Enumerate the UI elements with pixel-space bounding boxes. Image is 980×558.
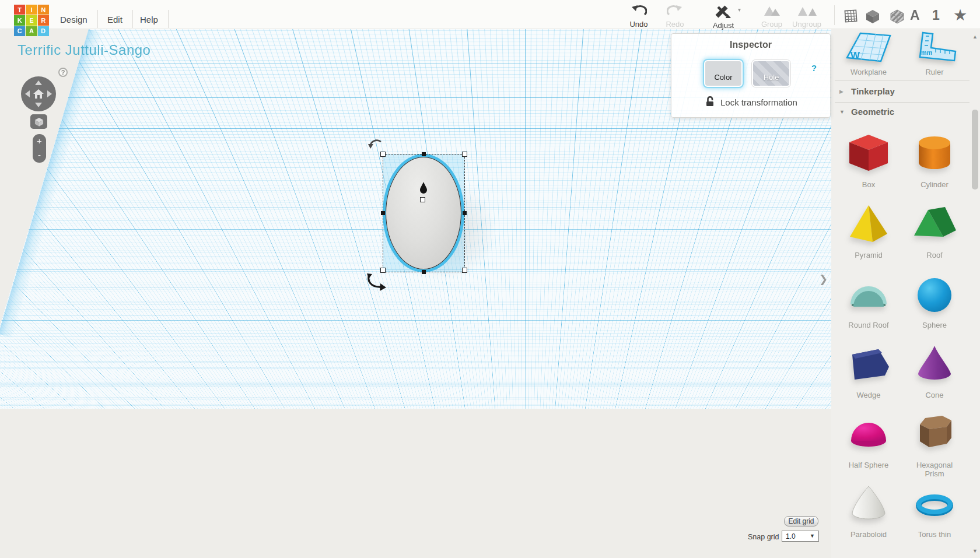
pan-up-icon[interactable] — [35, 80, 42, 85]
shape-paraboloid[interactable]: Paraboloid — [841, 480, 897, 539]
scale-handle-left-mid[interactable] — [381, 211, 385, 215]
snap-grid-label: Snap grid — [748, 533, 779, 541]
ungroup-button[interactable]: Ungroup — [788, 4, 825, 29]
logo-tile: I — [26, 5, 37, 15]
section-tinkerplay[interactable]: ▶ Tinkerplay — [839, 86, 895, 96]
shape-pyramid[interactable]: Pyramid — [841, 201, 897, 259]
sidebar-divider — [835, 102, 970, 103]
ruler-icon: mm — [911, 31, 958, 64]
sidebar-item-workplane[interactable]: W Workplane — [841, 31, 897, 76]
adjust-button[interactable]: ▾ Adjust — [705, 4, 742, 30]
number-tool-icon[interactable]: 1 — [932, 8, 940, 23]
menu-help[interactable]: Help — [140, 15, 158, 24]
scroll-up-icon[interactable]: ▲ — [972, 34, 978, 40]
toolbar-separator — [834, 5, 835, 25]
shape-label: Paraboloid — [841, 530, 897, 539]
rotate-handle-top-icon[interactable] — [368, 136, 383, 152]
menu-separator — [168, 10, 169, 28]
scale-handle-top-right[interactable] — [462, 152, 467, 157]
menu-separator — [97, 10, 98, 28]
pan-right-icon[interactable] — [47, 90, 52, 97]
view-cube-button[interactable] — [30, 114, 47, 129]
adjust-icon — [714, 10, 733, 20]
workplane-toggle-icon[interactable] — [842, 8, 859, 26]
edit-grid-button[interactable]: Edit grid — [784, 516, 818, 527]
color-button[interactable]: Color — [704, 60, 743, 87]
section-label: Tinkerplay — [851, 86, 895, 96]
design-title: Terrific Juttuli-Sango — [18, 42, 150, 58]
lock-transformation-label[interactable]: Lock transformation — [720, 97, 797, 107]
group-button[interactable]: Group — [753, 4, 790, 29]
pyramid-icon — [845, 201, 892, 247]
pan-left-icon[interactable] — [25, 90, 30, 97]
sidebar-collapse-chevron[interactable]: ❯ — [819, 273, 828, 286]
scale-handle-bottom-mid[interactable] — [422, 270, 426, 274]
view-pan-control[interactable] — [21, 76, 56, 111]
scale-handle-bottom-left[interactable] — [380, 268, 386, 273]
scale-handle-bottom-right[interactable] — [462, 268, 467, 273]
selection-bounding-box — [383, 154, 465, 272]
solid-cube-icon[interactable] — [864, 8, 881, 27]
sidebar-divider — [835, 80, 970, 81]
logo-tile: T — [14, 5, 25, 15]
text-tool-icon[interactable]: A — [910, 8, 920, 23]
box-icon — [845, 130, 892, 177]
shape-label: Wedge — [841, 391, 897, 399]
half-sphere-icon — [845, 410, 892, 457]
shape-label: Round Roof — [841, 321, 897, 329]
zoom-out-button[interactable]: - — [33, 148, 46, 162]
shape-label: Torus thin — [907, 530, 963, 539]
tinkercad-logo[interactable]: T I N K E R C A D — [14, 5, 49, 36]
shape-wedge[interactable]: Wedge — [841, 341, 897, 399]
pan-down-icon[interactable] — [35, 103, 42, 107]
undo-icon — [631, 9, 647, 19]
viewport-help-button[interactable]: ? — [58, 68, 68, 77]
unlock-icon[interactable] — [705, 96, 715, 109]
shape-label: Sphere — [907, 321, 963, 329]
section-geometric[interactable]: ▼ Geometric — [839, 107, 894, 117]
chevron-right-icon: ▶ — [839, 89, 845, 94]
zoom-in-button[interactable]: + — [33, 134, 46, 148]
logo-tile: A — [26, 26, 37, 36]
logo-tile: C — [14, 26, 25, 36]
shape-round-roof[interactable]: Round Roof — [841, 271, 897, 329]
tinkercad-app: T I N K E R C A D Design Edit Help Undo … — [0, 0, 980, 558]
shape-cone[interactable]: Cone — [907, 341, 963, 399]
hole-button[interactable]: Hole — [752, 60, 790, 87]
sidebar-item-ruler[interactable]: mm Ruler — [907, 31, 963, 76]
shape-box[interactable]: Box — [841, 130, 897, 189]
scrollbar-thumb[interactable] — [972, 110, 978, 189]
workplane-icon: W — [845, 31, 892, 64]
logo-tile: K — [14, 15, 25, 25]
rotate-handle-bottom-icon[interactable] — [365, 273, 386, 294]
shape-hexagonal-prism[interactable]: Hexagonal Prism — [907, 410, 963, 478]
menu-separator — [132, 10, 133, 28]
group-label: Group — [753, 20, 790, 29]
workplane-handle[interactable] — [420, 197, 425, 202]
hole-cube-icon[interactable] — [889, 8, 905, 27]
menu-design[interactable]: Design — [60, 15, 88, 24]
cylinder-icon — [911, 130, 958, 177]
shape-torus-thin[interactable]: Torus thin — [907, 480, 963, 539]
scale-handle-right-mid[interactable] — [463, 211, 467, 215]
favorites-star-icon[interactable]: ★ — [953, 6, 967, 24]
home-view-icon[interactable] — [33, 88, 44, 102]
shape-roof[interactable]: Roof — [907, 201, 963, 259]
redo-button[interactable]: Redo — [656, 4, 694, 29]
scale-handle-top-mid[interactable] — [422, 152, 426, 156]
group-icon — [762, 9, 782, 19]
shape-cylinder[interactable]: Cylinder — [907, 130, 963, 189]
undo-button[interactable]: Undo — [620, 4, 657, 29]
shape-sphere[interactable]: Sphere — [907, 271, 963, 329]
height-handle-icon[interactable] — [419, 181, 428, 196]
snap-grid-select[interactable]: 1.0 ▼ — [782, 531, 819, 542]
scale-handle-top-left[interactable] — [380, 152, 386, 157]
scroll-down-icon[interactable]: ▼ — [972, 548, 978, 554]
shape-label: Half Sphere — [841, 461, 897, 469]
svg-text:mm: mm — [921, 49, 933, 56]
shape-label: Hexagonal Prism — [907, 461, 963, 478]
menu-edit[interactable]: Edit — [107, 15, 123, 24]
inspector-help-button[interactable]: ? — [811, 63, 817, 73]
shape-half-sphere[interactable]: Half Sphere — [841, 410, 897, 469]
inspector-title: Inspector — [671, 40, 830, 50]
